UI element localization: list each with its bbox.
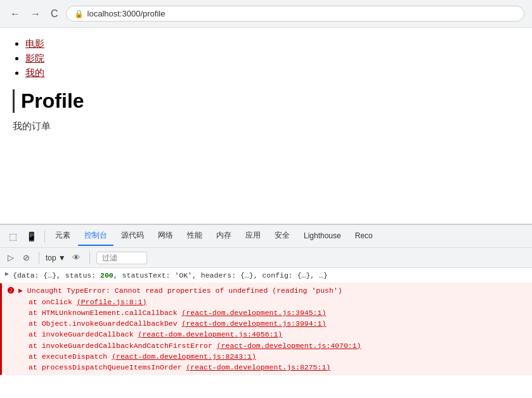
- page-subtitle: 我的订单: [13, 120, 519, 132]
- browser-chrome: ← → C 🔒 localhost:3000/profile: [0, 0, 532, 28]
- tab-sources[interactable]: 源代码: [115, 226, 150, 246]
- lock-icon: 🔒: [74, 10, 84, 18]
- eye-icon-button[interactable]: 👁: [70, 252, 83, 264]
- chevron-down-icon: ▼: [58, 254, 66, 262]
- stack-link-3[interactable]: (react-dom.development.js:3994:1): [182, 319, 327, 328]
- back-button[interactable]: ←: [8, 7, 23, 21]
- stack-link-6[interactable]: (react-dom.development.js:8243:1): [112, 352, 256, 361]
- stack-link-1[interactable]: (Profile.js:8:1): [77, 298, 146, 306]
- stack-link-4[interactable]: (react-dom.development.js:4056:1): [138, 330, 283, 338]
- console-line-error: ❷ ▶ Uncaught TypeError: Cannot read prop…: [0, 283, 532, 375]
- toolbar-separator2: [89, 252, 90, 264]
- expand-icon[interactable]: ▶: [5, 270, 9, 278]
- inspect-icon[interactable]: ⬚: [5, 228, 21, 245]
- error-icon: ❷: [7, 286, 15, 296]
- reload-button[interactable]: C: [48, 7, 61, 21]
- device-icon[interactable]: 📱: [22, 228, 41, 245]
- filter-input[interactable]: [96, 252, 147, 264]
- tab-recorder[interactable]: Reco: [349, 228, 379, 245]
- tab-performance[interactable]: 性能: [181, 226, 209, 246]
- console-text-error: ▶ Uncaught TypeError: Cannot read proper…: [18, 285, 527, 373]
- list-item: 影院: [25, 53, 519, 65]
- tab-network[interactable]: 网络: [152, 226, 179, 246]
- stack-link-2[interactable]: (react-dom.development.js:3945:1): [182, 309, 327, 317]
- console-text-info: {data: {…}, status: 200, statusText: 'OK…: [13, 270, 527, 281]
- page-title: Profile: [13, 89, 519, 113]
- page-content: 电影 影院 我的 Profile 我的订单: [0, 28, 532, 224]
- stack-link-5[interactable]: (react-dom.development.js:4070:1): [217, 342, 361, 350]
- nav-list: 电影 影院 我的: [13, 38, 519, 79]
- url-display: localhost:3000/profile: [88, 9, 165, 18]
- nav-link-cinema[interactable]: 影院: [25, 53, 44, 63]
- list-item: 我的: [25, 67, 519, 79]
- tab-separator: [44, 230, 45, 243]
- context-label: top: [46, 254, 56, 262]
- devtools-panel: ⬚ 📱 元素 控制台 源代码 网络 性能 内存 应用 安全 Lighthouse…: [0, 224, 532, 398]
- forward-button[interactable]: →: [28, 7, 43, 21]
- clear-console-button[interactable]: ▷: [5, 252, 16, 264]
- tab-lighthouse[interactable]: Lighthouse: [297, 228, 347, 245]
- tab-application[interactable]: 应用: [239, 226, 267, 246]
- context-selector[interactable]: top ▼: [46, 254, 66, 262]
- console-toolbar: ▷ ⊘ top ▼ 👁: [0, 248, 532, 268]
- stop-button[interactable]: ⊘: [20, 252, 32, 264]
- devtools-tabs: ⬚ 📱 元素 控制台 源代码 网络 性能 内存 应用 安全 Lighthouse…: [0, 225, 532, 248]
- toolbar-separator: [39, 252, 39, 264]
- list-item: 电影: [25, 38, 519, 50]
- address-bar[interactable]: 🔒 localhost:3000/profile: [66, 6, 524, 22]
- tab-security[interactable]: 安全: [268, 226, 296, 246]
- stack-link-7[interactable]: (react-dom.development.js:8275:1): [186, 363, 330, 371]
- nav-link-movies[interactable]: 电影: [25, 38, 44, 49]
- nav-link-mine[interactable]: 我的: [25, 67, 44, 78]
- tab-memory[interactable]: 内存: [210, 226, 238, 246]
- console-line-info: ▶ {data: {…}, status: 200, statusText: '…: [0, 268, 532, 283]
- console-output: ▶ {data: {…}, status: 200, statusText: '…: [0, 268, 532, 398]
- tab-elements[interactable]: 元素: [49, 226, 77, 246]
- tab-console[interactable]: 控制台: [78, 226, 114, 246]
